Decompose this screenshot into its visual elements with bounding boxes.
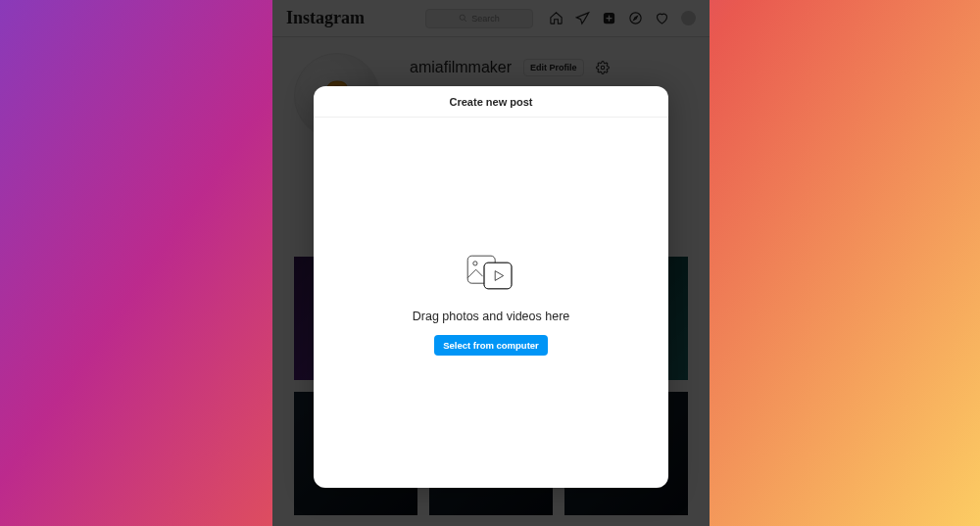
select-from-computer-button[interactable]: Select from computer	[434, 335, 548, 356]
svg-point-6	[473, 261, 477, 264]
media-upload-icon	[464, 251, 518, 298]
gradient-stage: Instagram Search	[0, 0, 980, 526]
drop-instruction-text: Drag photos and videos here	[413, 310, 570, 323]
svg-rect-7	[484, 263, 512, 289]
modal-title: Create new post	[314, 86, 668, 118]
create-post-modal: Create new post Drag photos and videos h…	[314, 86, 668, 488]
upload-dropzone[interactable]: Drag photos and videos here Select from …	[314, 118, 668, 488]
